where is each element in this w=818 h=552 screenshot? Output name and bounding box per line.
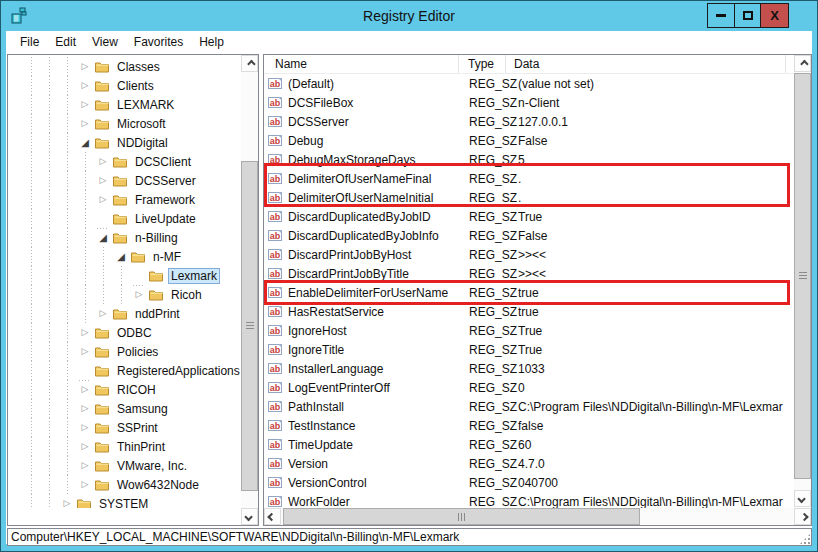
expander-icon[interactable]: ▷ (94, 152, 112, 171)
tree-item-nddigital[interactable]: ◢ NDDigital (8, 133, 241, 152)
expander-icon[interactable]: ▷ (76, 342, 94, 361)
expander-icon[interactable]: ▷ (76, 475, 94, 494)
scroll-left-arrow[interactable] (264, 508, 281, 525)
registry-value-row-versioncontrol[interactable]: abVersionControlREG_SZ040700 (264, 473, 794, 492)
menu-file[interactable]: File (12, 31, 47, 53)
tree-item-framework[interactable]: ▷ Framework (8, 190, 241, 209)
column-header-data[interactable]: Data (506, 55, 786, 73)
expander-icon[interactable]: ▷ (94, 190, 112, 209)
tree-item-nddprint[interactable]: ▷ nddPrint (8, 304, 241, 323)
minimize-button[interactable] (708, 4, 734, 27)
tree-item-n-mf[interactable]: ◢ n-MF (8, 247, 241, 266)
scroll-up-arrow[interactable] (794, 55, 811, 72)
titlebar[interactable]: Registry Editor X (1, 1, 817, 31)
expander-icon[interactable]: ▷ (76, 437, 94, 456)
scrollbar-grip-icon (246, 322, 254, 330)
registry-value-row-default[interactable]: ab(Default)REG_SZ(value not set) (264, 74, 794, 93)
list-horizontal-scrollbar[interactable] (264, 508, 811, 525)
registry-value-row-debugmaxstoragedays[interactable]: abDebugMaxStorageDaysREG_SZ5 (264, 150, 794, 169)
tree-item-samsung[interactable]: ▷ Samsung (8, 399, 241, 418)
tree-item-ssprint[interactable]: ▷ SSPrint (8, 418, 241, 437)
tree-item-lexmark[interactable]: ▷ LEXMARK (8, 95, 241, 114)
registry-value-row-delimiterofusernamefinal[interactable]: abDelimiterOfUserNameFinalREG_SZ. (264, 169, 794, 188)
tree-item-liveupdate[interactable]: LiveUpdate (8, 209, 241, 228)
expander-icon[interactable]: ▷ (76, 114, 94, 133)
registry-value-row-logeventprinteroff[interactable]: abLogEventPrinterOffREG_SZ0 (264, 378, 794, 397)
tree-guide-line (58, 171, 76, 190)
list-vertical-scrollbar[interactable] (794, 55, 811, 507)
expander-icon[interactable]: ▷ (94, 171, 112, 190)
menu-edit[interactable]: Edit (47, 31, 84, 53)
registry-value-row-enabledelimiterforusername[interactable]: abEnableDelimiterForUserNameREG_SZtrue (264, 283, 794, 302)
tree-vertical-scrollbar[interactable] (241, 55, 258, 525)
tree-guide-line (58, 399, 76, 418)
scroll-up-arrow[interactable] (241, 55, 258, 72)
registry-value-row-discardduplicatedbyjobid[interactable]: abDiscardDuplicatedByJobIDREG_SZTrue (264, 207, 794, 226)
scroll-right-arrow[interactable] (794, 508, 811, 525)
registry-value-row-testinstance[interactable]: abTestInstanceREG_SZfalse (264, 416, 794, 435)
expander-icon[interactable]: ▷ (76, 95, 94, 114)
tree-item-clients[interactable]: ▷ Clients (8, 76, 241, 95)
tree-item-lexmark[interactable]: Lexmark (8, 266, 241, 285)
expander-icon[interactable]: ▷ (76, 76, 94, 95)
expander-icon[interactable]: ▷ (130, 285, 148, 304)
tree-item-microsoft[interactable]: ▷ Microsoft (8, 114, 241, 133)
tree-item-thinprint[interactable]: ▷ ThinPrint (8, 437, 241, 456)
scrollbar-thumb[interactable] (283, 508, 640, 525)
resize-grip-icon[interactable] (799, 533, 811, 545)
registry-value-row-debug[interactable]: abDebugREG_SZFalse (264, 131, 794, 150)
scroll-down-arrow[interactable] (241, 508, 258, 525)
maximize-button[interactable] (734, 4, 760, 27)
tree-item-ricoh[interactable]: ▷ RICOH (8, 380, 241, 399)
tree-item-policies[interactable]: ▷ Policies (8, 342, 241, 361)
scroll-down-arrow[interactable] (794, 490, 811, 507)
tree-item-dcsclient[interactable]: ▷ DCSClient (8, 152, 241, 171)
expander-icon[interactable]: ▷ (76, 380, 94, 399)
tree-item-registeredapplications[interactable]: RegisteredApplications (8, 361, 241, 380)
cell-data: true (518, 305, 794, 319)
tree-guide-line (22, 190, 40, 209)
tree-item-classes[interactable]: ▷ Classes (8, 57, 241, 76)
column-header-name[interactable]: Name (264, 55, 459, 73)
registry-value-row-discardprintjobbyhost[interactable]: abDiscardPrintJobByHostREG_SZ>><< (264, 245, 794, 264)
expander-icon[interactable]: ▷ (76, 456, 94, 475)
registry-value-row-pathinstall[interactable]: abPathInstallREG_SZC:\Program Files\NDDi… (264, 397, 794, 416)
tree-item-vmware-inc[interactable]: ▷ VMware, Inc. (8, 456, 241, 475)
close-button[interactable]: X (760, 4, 788, 27)
column-header-type[interactable]: Type (459, 55, 506, 73)
expander-icon[interactable]: ▷ (76, 57, 94, 76)
menu-favorites[interactable]: Favorites (126, 31, 191, 53)
registry-value-row-ignorehost[interactable]: abIgnoreHostREG_SZTrue (264, 321, 794, 340)
registry-value-row-timeupdate[interactable]: abTimeUpdateREG_SZ60 (264, 435, 794, 454)
tree-item-system[interactable]: ▷ SYSTEM (8, 494, 241, 508)
registry-value-row-version[interactable]: abVersionREG_SZ4.7.0 (264, 454, 794, 473)
scrollbar-thumb[interactable] (794, 73, 811, 479)
expander-icon[interactable]: ▷ (58, 494, 76, 508)
menu-view[interactable]: View (84, 31, 126, 53)
reg-sz-icon: ab (268, 268, 282, 279)
tree-item-odbc[interactable]: ▷ ODBC (8, 323, 241, 342)
menu-help[interactable]: Help (191, 31, 232, 53)
expander-icon[interactable]: ◢ (112, 247, 130, 266)
expander-icon[interactable]: ▷ (76, 418, 94, 437)
tree-item-ricoh[interactable]: ▷ Ricoh (8, 285, 241, 304)
expander-icon[interactable]: ◢ (76, 133, 94, 152)
registry-value-row-discardduplicatedbyjobinfo[interactable]: abDiscardDuplicatedByJobInfoREG_SZFalse (264, 226, 794, 245)
registry-value-row-workfolder[interactable]: abWorkFolderREG_SZC:\Program Files\NDDig… (264, 492, 794, 508)
registry-value-row-hasrestatservice[interactable]: abHasRestatServiceREG_SZtrue (264, 302, 794, 321)
tree-item-n-billing[interactable]: ◢ n-Billing (8, 228, 241, 247)
tree-item-wow6432node[interactable]: ▷ Wow6432Node (8, 475, 241, 494)
cell-data: True (518, 343, 794, 357)
expander-icon[interactable]: ▷ (76, 399, 94, 418)
registry-value-row-discardprintjobbytitle[interactable]: abDiscardPrintJobByTitleREG_SZ>><< (264, 264, 794, 283)
expander-icon[interactable]: ▷ (76, 323, 94, 342)
registry-value-row-installerlanguage[interactable]: abInstallerLanguageREG_SZ1033 (264, 359, 794, 378)
registry-value-row-dcsserver[interactable]: abDCSServerREG_SZ127.0.0.1 (264, 112, 794, 131)
registry-value-row-dcsfilebox[interactable]: abDCSFileBoxREG_SZn-Client (264, 93, 794, 112)
tree-item-dcsserver[interactable]: ▷ DCSServer (8, 171, 241, 190)
expander-icon[interactable]: ▷ (94, 304, 112, 323)
registry-value-row-ignoretitle[interactable]: abIgnoreTitleREG_SZTrue (264, 340, 794, 359)
expander-icon[interactable]: ◢ (94, 228, 112, 247)
scrollbar-thumb[interactable] (241, 161, 258, 491)
registry-value-row-delimiterofusernameinitial[interactable]: abDelimiterOfUserNameInitialREG_SZ. (264, 188, 794, 207)
